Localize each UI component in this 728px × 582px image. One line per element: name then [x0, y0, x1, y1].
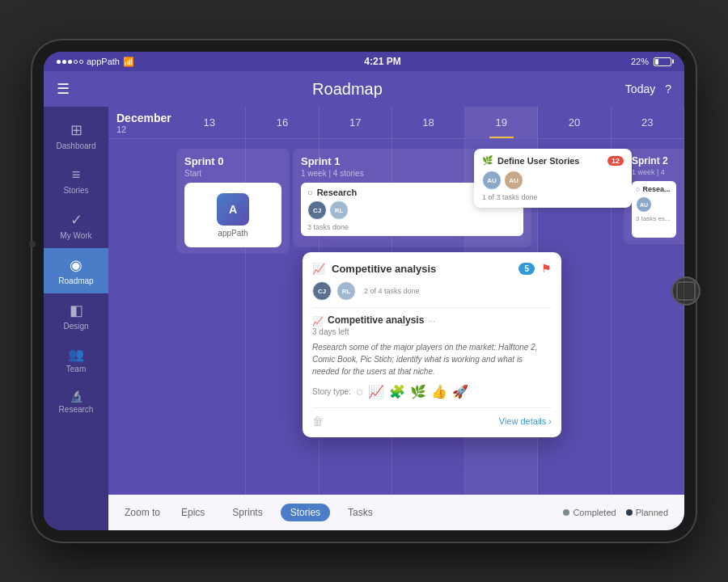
popup-card[interactable]: 📈 Competitive analysis 5 ⚑ CJ RL 2 of 4 … — [303, 252, 561, 437]
apppath-name: appPath — [218, 229, 248, 238]
sprint2-card-header: ○ Resea... — [636, 185, 672, 193]
sidebar-label-mywork: My Work — [60, 231, 91, 240]
sidebar-label-roadmap: Roadmap — [58, 276, 93, 285]
popup-story-header: 📈 Competitive analysis ··· 3 days left — [312, 314, 552, 341]
battery-icon — [654, 57, 671, 66]
popup-more-icon: ··· — [428, 317, 434, 326]
roadmap-icon: ◉ — [70, 256, 83, 274]
date-col-19: 19 — [465, 107, 538, 138]
dus-avatars: AU AU — [482, 171, 624, 190]
tablet-screen: appPath 📶 4:21 PM 22% ☰ Roadmap Today ? — [44, 52, 684, 530]
research-card-title: Research — [317, 188, 358, 197]
status-right: 22% — [631, 57, 671, 66]
story-type-analysis[interactable]: 📈 — [368, 384, 384, 399]
story-type-feedback[interactable]: 👍 — [431, 384, 447, 399]
sidebar-item-design[interactable]: ◧ Design — [44, 293, 108, 339]
planned-label: Planned — [636, 508, 668, 517]
completed-label: Completed — [573, 508, 616, 517]
zoom-epics[interactable]: Epics — [171, 504, 214, 521]
r-card-title: R... — [445, 194, 458, 203]
define-user-stories-card[interactable]: 🌿 Define User Stories 12 AU AU 1 of 3 ta… — [474, 149, 632, 208]
sidebar-label-research: Research — [59, 405, 94, 414]
status-time: 4:21 PM — [364, 56, 400, 67]
date-col-17: 17 — [320, 107, 392, 138]
r-card-icon: ○ — [437, 194, 442, 203]
date-col-13: 13 — [173, 107, 246, 138]
legend-planned: Planned — [626, 508, 668, 517]
popup-flag-icon: ⚑ — [541, 262, 552, 275]
popup-badge: 5 — [518, 263, 535, 275]
story-type-bug[interactable]: ○ — [356, 385, 364, 399]
legend: Completed Planned — [563, 508, 668, 517]
research-icon: 🔬 — [70, 390, 83, 403]
menu-button[interactable]: ☰ — [57, 80, 70, 98]
sidebar-item-stories[interactable]: ≡ Stories — [44, 158, 108, 203]
dus-badge: 12 — [607, 156, 624, 166]
zoom-sprints[interactable]: Sprints — [222, 504, 272, 521]
completed-dot — [563, 509, 569, 516]
sprint2-card-icon: ○ — [636, 185, 640, 193]
date-col-18: 18 — [392, 107, 465, 138]
design-icon: ◧ — [70, 302, 83, 319]
popup-meta: 2 of 4 tasks done — [364, 287, 420, 295]
popup-footer-divider — [312, 407, 552, 408]
zoom-label: Zoom to — [125, 507, 160, 518]
view-details-link[interactable]: View details › — [499, 416, 552, 426]
dus-avatar-2: AU — [504, 171, 523, 190]
sidebar-item-research[interactable]: 🔬 Research — [44, 382, 108, 422]
popup-story-title-text: Competitive analysis — [328, 314, 424, 326]
sprint2-footer: 3 tasks es... — [636, 215, 672, 222]
sidebar-item-mywork[interactable]: ✓ My Work — [44, 203, 108, 248]
page-title: Roadmap — [312, 80, 383, 99]
stories-icon: ≡ — [72, 167, 81, 183]
sprint0-subtitle: Start — [184, 169, 281, 178]
signal-dot-5 — [79, 60, 83, 64]
popup-avatar-1: CJ — [312, 281, 332, 301]
sprint2-subtitle: 1 week | 4 — [632, 168, 676, 176]
popup-avatar-2: RL — [336, 281, 356, 301]
wifi-icon: 📶 — [123, 57, 134, 67]
avatar-cj: CJ — [307, 200, 327, 220]
dashboard-icon: ⊞ — [70, 121, 83, 139]
legend-completed: Completed — [563, 508, 616, 517]
signal-dots — [57, 60, 83, 64]
status-bar: appPath 📶 4:21 PM 22% — [44, 52, 684, 71]
zoom-tasks[interactable]: Tasks — [338, 504, 383, 521]
dus-footer: 1 of 3 tasks done — [482, 193, 624, 201]
zoom-stories[interactable]: Stories — [281, 504, 330, 521]
dus-header: 🌿 Define User Stories 12 — [482, 155, 624, 166]
sprint2-block: Sprint 2 1 week | 4 ○ Resea... AU 3 task… — [624, 149, 684, 244]
sidebar-item-roadmap[interactable]: ◉ Roadmap — [44, 248, 108, 293]
sidebar: ⊞ Dashboard ≡ Stories ✓ My Work ◉ Roadma… — [44, 107, 108, 530]
battery-percent: 22% — [631, 57, 649, 66]
side-button[interactable] — [29, 241, 36, 247]
story-type-launch[interactable]: 🚀 — [452, 384, 468, 399]
bottom-bar: Zoom to Epics Sprints Stories Tasks Comp… — [108, 495, 684, 530]
signal-dot-1 — [57, 60, 61, 64]
popup-footer: 🗑 View details › — [312, 415, 552, 428]
popup-trend-icon: 📈 — [312, 263, 325, 275]
date-col-23: 23 — [612, 107, 684, 138]
signal-dot-3 — [68, 60, 72, 64]
sprint2-card: ○ Resea... AU 3 tasks es... — [632, 181, 676, 238]
story-type-feature[interactable]: 🧩 — [389, 384, 405, 399]
mywork-icon: ✓ — [70, 211, 83, 229]
research-footer: 3 tasks done — [307, 223, 517, 231]
today-button[interactable]: Today — [625, 82, 655, 95]
apppath-card: A appPath — [184, 183, 281, 247]
battery-fill — [655, 59, 658, 65]
tablet-device: appPath 📶 4:21 PM 22% ☰ Roadmap Today ? — [32, 40, 696, 542]
popup-header: 📈 Competitive analysis 5 ⚑ — [312, 262, 552, 275]
sidebar-item-team[interactable]: 👥 Team — [44, 339, 108, 382]
sidebar-item-dashboard[interactable]: ⊞ Dashboard — [44, 113, 108, 158]
popup-days-left: 3 days left — [312, 327, 435, 336]
status-left: appPath 📶 — [57, 57, 134, 67]
sidebar-label-stories: Stories — [63, 186, 88, 195]
signal-dot-2 — [62, 60, 66, 64]
dus-title: Define User Stories — [497, 156, 603, 166]
sprint0-block: Sprint 0 Start A appPath — [176, 149, 290, 254]
help-button[interactable]: ? — [665, 82, 671, 95]
popup-avatars-row: CJ RL 2 of 4 tasks done — [312, 281, 552, 301]
story-type-improvement[interactable]: 🌿 — [410, 384, 426, 399]
delete-button[interactable]: 🗑 — [312, 415, 324, 428]
